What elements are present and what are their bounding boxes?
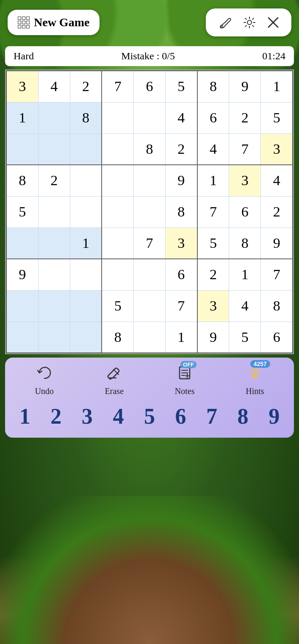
number-pad-2[interactable]: 2 [48,404,64,429]
cell-7-0[interactable] [6,290,38,322]
cell-7-8[interactable]: 8 [261,290,293,322]
cell-3-4[interactable] [133,165,165,196]
cell-6-4[interactable] [133,259,165,290]
cell-7-4[interactable] [133,290,165,322]
cell-4-8[interactable]: 2 [261,196,293,228]
cell-4-6[interactable]: 7 [197,196,229,228]
cell-8-1[interactable] [38,322,70,353]
cell-7-2[interactable] [70,290,102,322]
cell-8-8[interactable]: 6 [261,322,293,353]
cell-3-2[interactable] [70,165,102,196]
cell-0-7[interactable]: 9 [229,71,261,102]
cell-4-5[interactable]: 8 [166,196,197,228]
cell-5-0[interactable] [6,228,38,259]
cell-1-3[interactable] [102,102,133,133]
cell-3-0[interactable]: 8 [6,165,38,196]
cell-2-7[interactable]: 7 [229,133,261,165]
cell-7-5[interactable]: 7 [166,290,197,322]
notes-button[interactable]: OFF Notes [175,364,195,396]
cell-1-4[interactable] [133,102,165,133]
cell-2-6[interactable]: 4 [197,133,229,165]
cell-8-6[interactable]: 9 [197,322,229,353]
cell-0-3[interactable]: 7 [102,71,133,102]
cell-1-6[interactable]: 6 [197,102,229,133]
cell-8-5[interactable]: 1 [166,322,197,353]
cell-4-1[interactable] [38,196,70,228]
cell-8-3[interactable]: 8 [102,322,133,353]
cell-5-6[interactable]: 5 [197,228,229,259]
paintbrush-button[interactable] [213,13,236,32]
cell-3-3[interactable] [102,165,133,196]
cell-4-3[interactable] [102,196,133,228]
cell-0-2[interactable]: 2 [70,71,102,102]
cell-4-0[interactable]: 5 [6,196,38,228]
cell-0-5[interactable]: 5 [166,71,197,102]
cell-7-3[interactable]: 5 [102,290,133,322]
cell-1-8[interactable]: 5 [261,102,293,133]
cell-1-7[interactable]: 2 [229,102,261,133]
cell-1-0[interactable]: 1 [6,102,38,133]
cell-1-1[interactable] [38,102,70,133]
cell-3-5[interactable]: 9 [166,165,197,196]
cell-5-3[interactable] [102,228,133,259]
cell-2-5[interactable]: 2 [166,133,197,165]
cell-7-7[interactable]: 4 [229,290,261,322]
cell-3-1[interactable]: 2 [38,165,70,196]
cell-4-2[interactable] [70,196,102,228]
cell-3-7[interactable]: 3 [229,165,261,196]
cell-5-4[interactable]: 7 [133,228,165,259]
number-pad-3[interactable]: 3 [79,404,95,429]
cell-7-1[interactable] [38,290,70,322]
settings-button[interactable] [238,13,261,32]
status-bar: Hard Mistake : 0/5 01:24 [5,46,294,66]
cell-8-2[interactable] [70,322,102,353]
cell-1-5[interactable]: 4 [166,102,197,133]
cell-2-3[interactable] [102,133,133,165]
cell-3-8[interactable]: 4 [261,165,293,196]
cell-1-2[interactable]: 8 [70,102,102,133]
cell-3-6[interactable]: 1 [197,165,229,196]
cell-6-3[interactable] [102,259,133,290]
cell-8-4[interactable] [133,322,165,353]
cell-5-1[interactable] [38,228,70,259]
erase-button[interactable]: Erase [105,364,124,396]
cell-5-5[interactable]: 3 [166,228,197,259]
cell-6-7[interactable]: 1 [229,259,261,290]
cell-5-7[interactable]: 8 [229,228,261,259]
cell-6-0[interactable]: 9 [6,259,38,290]
cell-4-7[interactable]: 6 [229,196,261,228]
cell-6-8[interactable]: 7 [261,259,293,290]
cell-2-0[interactable] [6,133,38,165]
cell-2-2[interactable] [70,133,102,165]
cell-0-6[interactable]: 8 [197,71,229,102]
notes-icon: OFF [176,364,193,384]
cell-2-4[interactable]: 8 [133,133,165,165]
cell-0-4[interactable]: 6 [133,71,165,102]
cell-2-8[interactable]: 3 [261,133,293,165]
number-pad-1[interactable]: 1 [17,404,33,429]
cell-5-8[interactable]: 9 [261,228,293,259]
cell-2-1[interactable] [38,133,70,165]
cell-0-0[interactable]: 3 [6,71,38,102]
cell-0-1[interactable]: 4 [38,71,70,102]
number-pad-5[interactable]: 5 [141,404,158,429]
undo-button[interactable]: Undo [35,364,53,396]
cell-6-5[interactable]: 6 [166,259,197,290]
number-pad-7[interactable]: 7 [204,404,220,429]
close-button[interactable] [263,14,284,31]
cell-6-2[interactable] [70,259,102,290]
number-pad-9[interactable]: 9 [266,404,282,429]
number-pad-6[interactable]: 6 [173,404,189,429]
cell-4-4[interactable] [133,196,165,228]
hints-button[interactable]: 4257 Hints [246,364,264,396]
cell-8-0[interactable] [6,322,38,353]
cell-8-7[interactable]: 5 [229,322,261,353]
cell-0-8[interactable]: 1 [261,71,293,102]
cell-6-6[interactable]: 2 [197,259,229,290]
number-pad-4[interactable]: 4 [110,404,126,429]
cell-7-6[interactable]: 3 [197,290,229,322]
new-game-button[interactable]: New Game [8,10,100,35]
cell-5-2[interactable]: 1 [70,228,102,259]
number-pad-8[interactable]: 8 [235,404,251,429]
cell-6-1[interactable] [38,259,70,290]
